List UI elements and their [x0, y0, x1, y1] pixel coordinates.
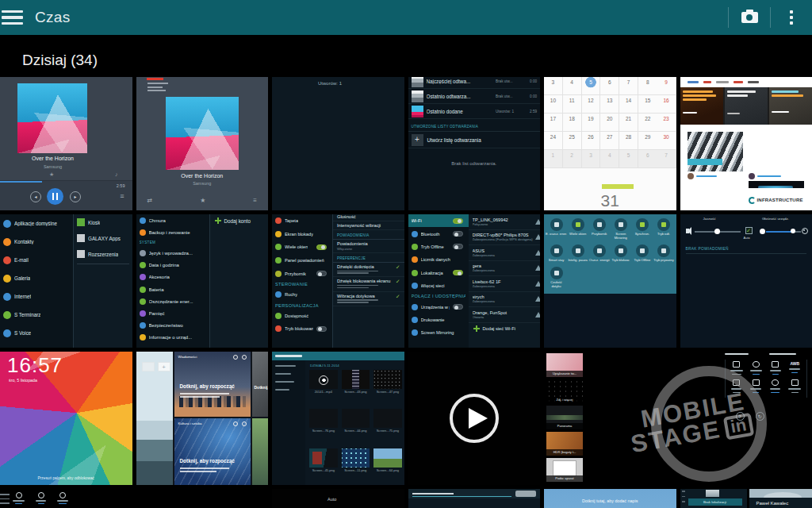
settings-detail-row: Głośność ✓	[333, 214, 404, 221]
settings-icon	[412, 270, 418, 276]
thumbnail-lock-screen[interactable]: 16:57 śro, 5 listopada Przesuń palcem, a…	[0, 352, 132, 485]
thumbnail-story-album[interactable]: Dotknij tutaj, aby dodać napis	[544, 489, 676, 508]
settings-icon	[275, 257, 282, 264]
settings-icon	[140, 274, 146, 280]
files-grid: 20141...mp4 Screen...43.png Screen...47.…	[309, 370, 402, 485]
settings-label: Dźwięk blokowania ekranu	[337, 279, 393, 283]
overflow-menu-button[interactable]	[771, 0, 812, 35]
thumbnail-camera-modes[interactable]: Upiększanie tw... Zdj. i więcej Panorama…	[544, 352, 676, 485]
shuffle-icon: ⇄	[147, 197, 153, 204]
title-field	[412, 491, 512, 497]
settings-icon	[412, 231, 418, 237]
settings-label: Licznik danych	[421, 257, 450, 262]
app-row: GALAXY Apps	[74, 230, 132, 246]
app-row: S Voice	[0, 324, 73, 342]
thumbnail-camera-auto[interactable]: Auto	[272, 489, 404, 508]
app-label: Galeria	[14, 275, 30, 281]
thumbnail-default-apps[interactable]: Aplikacje domyślne Kontakty E-mail Galer…	[0, 214, 132, 348]
quick-toggle-label: Wiele okien	[567, 233, 588, 237]
file-thumbnail	[373, 409, 402, 428]
wifi-status: Zabezpieczona	[473, 299, 533, 303]
thumbnail-playlists[interactable]: Najczęściej odtwa... Brak utw... 0:00 Os…	[408, 77, 541, 210]
settings-label: Chmura	[149, 218, 166, 223]
calendar-grid: 3 4 5 6 7 8 9 10 11 12 13 14	[544, 77, 676, 168]
app-icon	[3, 329, 11, 337]
settings-detail-row: Intensywność wibracji ✓	[333, 221, 404, 230]
settings-label: Tryb Offline	[421, 244, 444, 249]
thumbnail-contact[interactable]: Brak lokalizacji Paweł Kawalec	[680, 489, 812, 508]
toggle	[453, 270, 463, 275]
app-row: Aplikacje domyślne	[0, 214, 73, 233]
thumbnail-video[interactable]	[408, 352, 541, 485]
thumbnail-dark-screen[interactable]	[136, 489, 269, 508]
thumbnail-music-player[interactable]: Over the Horizon Samsung ★ ♪ 2:59 ◂ ▸ ≡	[0, 77, 132, 210]
thumbnail-news-site[interactable]: INFRASTRUCTURE	[680, 77, 812, 210]
file-item: Screen...43.png	[342, 370, 370, 406]
track-title: Over the Horizon	[136, 173, 269, 179]
magazine-card-culture: Kultura i sztuka Dotknij, aby rozpocząć	[174, 418, 251, 485]
magazine-card-partial: Dotknij, aby	[252, 352, 269, 417]
file-name: Screen...47.png	[373, 389, 402, 394]
app-row: E-mail	[0, 251, 73, 269]
thumbnail-calendar[interactable]: 3 4 5 6 7 8 9 10 11 12 13 14	[544, 77, 676, 210]
wifi-status: Połączono	[473, 222, 533, 226]
card-title: Wiadomości	[178, 355, 197, 359]
thumbnail-music-player-full[interactable]: Over the Horizon Samsung ⇄★≡	[136, 77, 269, 210]
auto-mode-label: Auto	[327, 497, 336, 502]
thumbnail-note-editor[interactable]	[408, 489, 541, 508]
wifi-network-row: DIRECT-vpB0* Philips 870S Zabezpieczona …	[469, 230, 541, 246]
calendar-day: 1	[544, 150, 563, 168]
settings-row: Bateria	[136, 283, 209, 295]
calendar-day: 7	[619, 77, 638, 95]
thumbnail-camera-settings[interactable]: AWB ? ↻	[680, 352, 812, 485]
gear-icon	[233, 355, 238, 360]
favorite-icon: ★	[49, 171, 54, 178]
camera-settings-grid: AWB	[725, 360, 807, 398]
description-bars	[337, 299, 393, 302]
thumbnail-camera-settings-2[interactable]	[0, 489, 132, 508]
playlist-art	[412, 90, 423, 102]
menu-icon[interactable]	[2, 10, 23, 25]
settings-icon	[140, 334, 146, 341]
brand-logo: INFRASTRUCTURE	[749, 188, 807, 210]
date-group-header: Dzisiaj (34)	[0, 35, 812, 77]
quick-toggle-icon	[550, 244, 563, 257]
setting-cell	[766, 379, 786, 393]
settings-row: STEROWANIE	[272, 280, 332, 288]
pause-icon	[47, 188, 63, 205]
calendar-day: 20	[600, 114, 619, 132]
file-name: Screen...64.png	[373, 468, 402, 473]
app-icon	[3, 275, 11, 283]
thumbnail-settings-general[interactable]: Chmura Backup i zerowanie SYSTEM	[136, 214, 269, 348]
calendar-day: 3	[544, 77, 563, 95]
thumbnail-quick-settings[interactable]: E. oszcz. ener. Wiele okien Przybornik S…	[544, 214, 676, 348]
quick-toggle: Screen Mirroring	[610, 218, 631, 241]
settings-row: PERSONALIZACJA	[272, 302, 332, 310]
thumbnail-my-files[interactable]: DZISIAJ 5.11.2014 20141...mp4 Screen...4…	[272, 352, 404, 485]
thumbnail-notification-shade[interactable]: Jasność Głośność urządz. Auto BRAK POWIA…	[680, 214, 812, 348]
calendar-day: 26	[582, 132, 601, 150]
calendar-day: 22	[638, 114, 657, 132]
settings-row: Tapeta	[272, 214, 332, 228]
wifi-signal-icon	[535, 281, 540, 287]
thumbnail-magazine-home[interactable]: Wiadomości Dotknij, aby rozpocząć Kultur…	[136, 352, 269, 485]
calendar-day: 7	[657, 150, 676, 168]
settings-label: Wiele okien	[285, 244, 308, 249]
settings-row: Akcesoria	[136, 271, 209, 283]
card-cta: Dotknij, aby	[255, 385, 269, 390]
file-item: Screen...76.png	[309, 409, 338, 445]
tab-brightness: Jasność	[703, 217, 716, 221]
app-row: Rozszerzenia	[74, 246, 132, 262]
calendar-day: 4	[600, 150, 619, 168]
mode-label: HDR (bogaty t...	[546, 449, 583, 456]
thumbnail-song-list[interactable]: Utworów: 1	[272, 77, 404, 210]
settings-row: Dostępność	[272, 310, 332, 323]
settings-icon	[140, 229, 146, 236]
camera-button[interactable]	[729, 0, 770, 35]
check-icon: ✓	[396, 294, 400, 299]
settings-panel	[13, 492, 109, 504]
settings-list: Chmura Backup i zerowanie SYSTEM	[136, 214, 209, 348]
settings-row: Chmura	[136, 214, 209, 226]
thumbnail-settings-device[interactable]: Tapeta Ekran blokady Wiele okien	[272, 214, 404, 348]
thumbnail-settings-wifi[interactable]: Wi-Fi Bluetooth Tryb Offline	[408, 214, 541, 348]
